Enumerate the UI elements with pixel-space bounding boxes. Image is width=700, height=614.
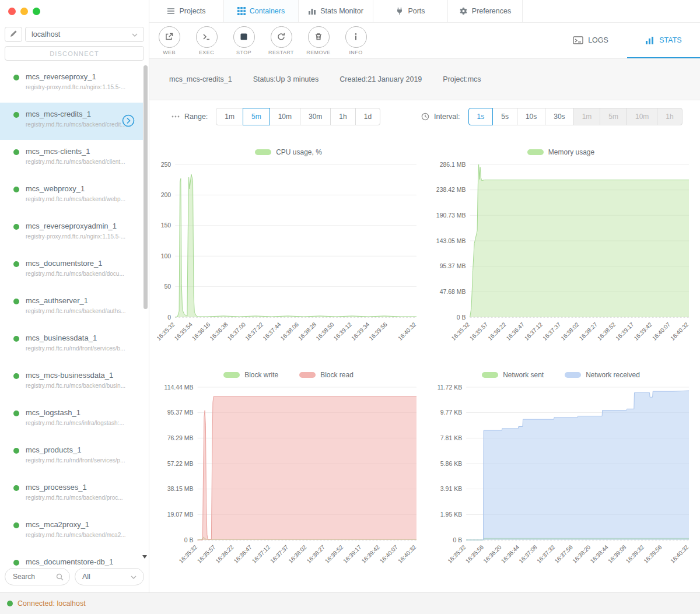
tab-preferences[interactable]: Preferences bbox=[448, 0, 523, 22]
area-block-read bbox=[198, 397, 416, 540]
tab-containers[interactable]: Containers bbox=[224, 0, 299, 22]
y-tick-label: 95.37 MB bbox=[167, 409, 194, 416]
web-button[interactable]: WEB bbox=[150, 26, 188, 55]
range-option-1d[interactable]: 1d bbox=[355, 108, 380, 125]
container-name: mcs_authserver_1 bbox=[26, 296, 125, 305]
container-list-item[interactable]: mcs_businessdata_1registry.rnd.ftc.ru/rn… bbox=[0, 327, 143, 364]
container-image: registry-proxy.rnd.ftc.ru/nginx:1.15.5-.… bbox=[26, 84, 125, 90]
container-status-dot bbox=[13, 149, 19, 155]
interval-option-5m: 5m bbox=[600, 108, 627, 125]
container-name: mcs_mca2proxy_1 bbox=[26, 520, 125, 529]
x-tick-label: 16:39:34 bbox=[350, 321, 371, 342]
restart-button[interactable]: RESTART bbox=[262, 26, 300, 55]
y-tick-label: 57.22 MB bbox=[167, 460, 194, 467]
range-option-1m[interactable]: 1m bbox=[216, 108, 243, 125]
tab-projects[interactable]: Projects bbox=[149, 0, 224, 22]
range-option-1h[interactable]: 1h bbox=[330, 108, 355, 125]
host-select[interactable]: localhost bbox=[25, 27, 144, 42]
container-name: mcs_mcs-clients_1 bbox=[26, 147, 125, 156]
container-name: mcs_documentstore-db_1 bbox=[26, 557, 125, 566]
range-option-30m[interactable]: 30m bbox=[300, 108, 331, 125]
search-input[interactable] bbox=[13, 573, 56, 581]
scroll-down-arrow-icon[interactable] bbox=[142, 555, 147, 559]
y-tick-label: 95.37 MB bbox=[440, 262, 466, 269]
x-tick-label: 16:35:32 bbox=[446, 543, 467, 564]
container-name: mcs_processes_1 bbox=[26, 483, 125, 492]
interval-option-30s[interactable]: 30s bbox=[545, 108, 573, 125]
stats-icon bbox=[645, 36, 654, 44]
chart-cpu-usage: CPU usage, %05010015020025016:35:3216:35… bbox=[156, 146, 421, 364]
container-filter-select[interactable]: All bbox=[75, 568, 144, 585]
x-tick-label: 16:38:02 bbox=[287, 543, 308, 564]
range-option-10m[interactable]: 10m bbox=[270, 108, 300, 125]
x-tick-label: 16:37:00 bbox=[226, 321, 247, 342]
container-list-item[interactable]: mcs_authserver_1registry.rnd.ftc.ru/mcs/… bbox=[0, 289, 143, 327]
container-list-item[interactable]: mcs_documentstore_1registry.rnd.ftc.ru/m… bbox=[0, 252, 143, 289]
x-tick-label: 16:40:07 bbox=[651, 321, 672, 342]
chart-canvas: 0 B1.95 KB3.91 KB5.86 KB7.81 KB9.77 KB11… bbox=[429, 381, 692, 587]
x-tick-label: 16:35:32 bbox=[450, 321, 471, 342]
legend-item: CPU usage, % bbox=[255, 148, 322, 156]
arrow-right-circle-icon[interactable] bbox=[122, 114, 135, 127]
area-network-received bbox=[466, 391, 689, 540]
remove-button[interactable]: REMOVE bbox=[300, 26, 337, 55]
container-image: registry.rnd.ftc.ru/mcs/backend/docu... bbox=[26, 271, 125, 277]
chart-controls: Range: 1m5m10m30m1h1d Interval: 1s5s10s3… bbox=[149, 100, 700, 133]
x-tick-label: 16:40:32 bbox=[397, 321, 418, 342]
container-list-item[interactable]: mcs_reverseproxyadmin_1registry-proxy.rn… bbox=[0, 215, 143, 252]
y-tick-label: 50 bbox=[164, 283, 172, 290]
info-button[interactable]: INFO bbox=[337, 26, 374, 55]
container-name: mcs_reverseproxyadmin_1 bbox=[26, 222, 125, 230]
sidebar-scrollbar[interactable] bbox=[144, 65, 148, 309]
container-list-item[interactable]: mcs_documentstore-db_1 bbox=[0, 550, 143, 567]
exec-button[interactable]: EXEC bbox=[188, 26, 225, 55]
chevron-down-icon bbox=[131, 573, 136, 581]
y-tick-label: 200 bbox=[161, 191, 172, 198]
chart-memory-usage: Memory usage0 B47.68 MB95.37 MB143.05 MB… bbox=[429, 146, 693, 364]
x-tick-label: 16:37:44 bbox=[261, 321, 282, 342]
main-panel: ProjectsContainersStats MonitorPortsPref… bbox=[149, 0, 700, 592]
minimize-window-button[interactable] bbox=[20, 8, 28, 15]
container-list-item[interactable]: mcs_mcs-clients_1registry.rnd.ftc.ru/mcs… bbox=[0, 140, 143, 177]
window-controls bbox=[0, 0, 149, 21]
interval-option-10s[interactable]: 10s bbox=[517, 108, 545, 125]
stop-button[interactable]: STOP bbox=[225, 26, 262, 55]
tab-label: Stats Monitor bbox=[320, 7, 363, 15]
container-list-item[interactable]: mcs_mca2proxy_1registry.rnd.ftc.ru/mcs/b… bbox=[0, 513, 143, 550]
container-list-item[interactable]: mcs_webproxy_1registry.rnd.ftc.ru/mcs/ba… bbox=[0, 177, 143, 215]
close-window-button[interactable] bbox=[8, 8, 16, 15]
list-icon bbox=[167, 7, 175, 15]
disconnect-button[interactable]: DISCONNECT bbox=[5, 46, 144, 61]
x-tick-label: 16:36:38 bbox=[208, 321, 229, 342]
container-image: registry.rnd.ftc.ru/mcs/infra/logstash:.… bbox=[26, 420, 125, 426]
range-option-5m[interactable]: 5m bbox=[243, 108, 270, 125]
tab-ports[interactable]: Ports bbox=[373, 0, 448, 22]
view-tab-logs[interactable]: LOGS bbox=[554, 23, 627, 58]
edit-host-button[interactable] bbox=[5, 27, 22, 42]
container-list-item[interactable]: mcs_mcs-credits_1registry.rnd.ftc.ru/mcs… bbox=[0, 103, 143, 140]
container-list-item[interactable]: mcs_reverseproxy_1registry-proxy.rnd.ftc… bbox=[0, 65, 143, 103]
detail-created: Created:21 January 2019 bbox=[340, 75, 422, 83]
y-tick-label: 0 bbox=[167, 314, 171, 321]
legend-item: Network sent bbox=[482, 371, 544, 379]
container-list-item[interactable]: mcs_processes_1registry.rnd.ftc.ru/mcs/b… bbox=[0, 476, 143, 513]
tab-label: Ports bbox=[408, 7, 425, 15]
interval-option-1h: 1h bbox=[657, 108, 682, 125]
container-toolbar: WEBEXECSTOPRESTARTREMOVEINFO LOGSSTATS bbox=[149, 23, 700, 58]
interval-option-1s[interactable]: 1s bbox=[468, 108, 494, 125]
container-status-dot bbox=[13, 448, 19, 454]
container-list-item[interactable]: mcs_mcs-businessdata_1registry.rnd.ftc.r… bbox=[0, 364, 143, 401]
x-tick-label: 16:37:12 bbox=[251, 543, 272, 564]
view-tab-label: LOGS bbox=[588, 36, 608, 44]
x-tick-label: 16:35:57 bbox=[468, 321, 489, 342]
legend-item: Network received bbox=[565, 371, 640, 379]
bar-chart-icon bbox=[308, 7, 316, 15]
x-tick-label: 16:38:50 bbox=[314, 321, 335, 342]
view-tab-stats[interactable]: STATS bbox=[627, 23, 700, 58]
container-list-item[interactable]: mcs_products_1registry.rnd.ftc.ru/rnd/fr… bbox=[0, 438, 143, 476]
zoom-window-button[interactable] bbox=[33, 8, 40, 15]
tab-stats-monitor[interactable]: Stats Monitor bbox=[299, 0, 373, 22]
container-list-item[interactable]: mcs_logstash_1registry.rnd.ftc.ru/mcs/in… bbox=[0, 401, 143, 438]
interval-option-5s[interactable]: 5s bbox=[492, 108, 517, 125]
chart-legend: CPU usage, % bbox=[255, 146, 322, 159]
